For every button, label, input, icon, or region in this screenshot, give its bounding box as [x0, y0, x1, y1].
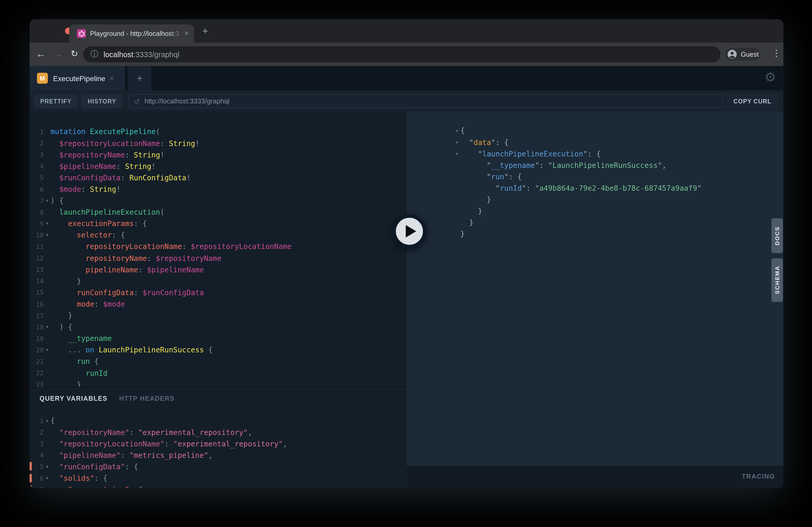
playground-new-tab-button[interactable]: + [128, 66, 151, 90]
line-number: 2 [30, 428, 44, 436]
code-text: { [460, 125, 465, 136]
profile-button[interactable]: Guest [725, 47, 761, 61]
fold-arrow-icon[interactable]: ▾ [44, 347, 50, 352]
code-line: 3 $repositoryName: String! [30, 149, 407, 161]
code-text: } [460, 228, 465, 240]
execute-button[interactable] [392, 214, 426, 249]
code-line: 10▾ selector: { [30, 229, 407, 241]
line-number: 23 [30, 380, 44, 387]
address-bar[interactable]: ⓘ localhost:3333/graphql [83, 46, 721, 62]
variables-panel: QUERY VARIABLES HTTP HEADERS 1▾{2 "repos… [30, 387, 407, 488]
endpoint-url: http://localhost:3333/graphql [144, 97, 229, 105]
code-line: 21 run { [30, 356, 407, 367]
code-text: "runConfigData": { [50, 461, 138, 472]
browser-tab[interactable]: Playground - http://localhost:3 × [69, 25, 194, 43]
fold-arrow-icon[interactable]: ▾ [44, 418, 50, 423]
line-number: 9 [30, 220, 44, 228]
code-line: 19 __typename [30, 333, 407, 345]
code-text: runConfigData: $runConfigData [50, 287, 204, 298]
fold-arrow-icon[interactable]: ▾ [44, 198, 50, 203]
line-number: 4 [30, 451, 44, 459]
new-tab-icon[interactable]: + [202, 28, 208, 35]
line-number: 6 [30, 185, 44, 193]
code-line: 14 } [30, 275, 407, 287]
code-text: "repositoryName": "experimental_reposito… [50, 426, 252, 438]
code-text: } [50, 310, 72, 321]
play-icon [406, 225, 416, 238]
tracing-bar: TRACING [407, 466, 783, 488]
docs-side-tab[interactable]: DOCS [771, 218, 783, 253]
fold-arrow-icon[interactable]: ▾ [44, 324, 50, 330]
forward-icon[interactable]: → [53, 48, 63, 60]
settings-gear-icon[interactable]: ⚙ [764, 70, 776, 85]
history-button[interactable]: HISTORY [81, 94, 123, 108]
code-text: $pipelineName: String! [50, 161, 156, 172]
undo-icon[interactable]: ↺ [134, 97, 140, 105]
code-line: 2 "repositoryName": "experimental_reposi… [30, 426, 407, 438]
code-text: "data": { [460, 136, 508, 148]
site-info-icon[interactable]: ⓘ [90, 49, 98, 59]
fold-arrow-icon[interactable]: ▾ [44, 221, 50, 226]
code-text: repositoryLocationName: $repositoryLocat… [50, 241, 292, 252]
line-number: 19 [30, 335, 44, 343]
line-number: 22 [30, 369, 44, 377]
code-line: 1▾{ [30, 415, 407, 427]
line-number: 8 [30, 208, 44, 216]
code-line: 8 launchPipelineExecution( [30, 206, 407, 218]
playground-tab-close-icon[interactable]: × [110, 74, 114, 82]
browser-menu-icon[interactable]: ⋮ [772, 48, 781, 59]
code-text: mode: $mode [50, 298, 125, 310]
code-text: } [460, 194, 491, 205]
variables-editor[interactable]: 1▾{2 "repositoryName": "experimental_rep… [30, 387, 407, 488]
schema-side-tab[interactable]: SCHEMA [771, 258, 783, 302]
endpoint-field[interactable]: ↺ http://localhost:3333/graphql [129, 94, 723, 108]
fold-arrow-icon[interactable]: ▾ [454, 128, 460, 133]
response-viewer[interactable]: ▾{▾ "data": {▾ "launchPipelineExecution"… [407, 111, 783, 466]
response-pane: ▾{▾ "data": {▾ "launchPipelineExecution"… [407, 111, 783, 488]
plus-icon: + [137, 73, 143, 84]
fold-arrow-icon[interactable]: ▾ [44, 487, 50, 488]
code-line: 2 $repositoryLocationName: String! [30, 137, 407, 149]
browser-tabstrip: Playground - http://localhost:3 × + [30, 19, 783, 43]
code-text: __typename [50, 333, 112, 344]
copy-curl-button[interactable]: COPY CURL [727, 94, 778, 108]
line-number: 18 [30, 323, 44, 331]
fold-arrow-icon[interactable]: ▾ [44, 476, 50, 481]
query-pane: 1mutation ExecutePipeline(2 $repositoryL… [30, 111, 407, 488]
code-line: 7▾) { [30, 195, 407, 207]
code-line: 4 "pipelineName": "metrics_pipeline", [30, 449, 407, 461]
code-text: } [50, 275, 81, 287]
query-editor[interactable]: 1mutation ExecutePipeline(2 $repositoryL… [30, 111, 407, 387]
line-number: 3 [30, 151, 44, 159]
code-line: 15 runConfigData: $runConfigData [30, 287, 407, 299]
code-line: 18▾ ) { [30, 321, 407, 333]
code-line: 4 $pipelineName: String! [30, 160, 407, 172]
back-icon[interactable]: ← [36, 48, 46, 60]
browser-toolbar: ← → ↻ ⓘ localhost:3333/graphql Guest ⋮ [30, 43, 783, 66]
code-text: run { [50, 356, 99, 367]
fold-arrow-icon[interactable]: ▾ [454, 139, 460, 145]
reload-icon[interactable]: ↻ [71, 48, 78, 60]
tab-close-icon[interactable]: × [185, 29, 189, 37]
line-number: 1 [30, 417, 44, 425]
line-number: 11 [30, 243, 44, 251]
tracing-button[interactable]: TRACING [742, 473, 775, 480]
code-line: 7▾ "save_metrics": { [30, 484, 407, 488]
url-text: localhost:3333/graphql [103, 50, 179, 59]
code-line: 6 $mode: String! [30, 183, 407, 195]
line-number: 3 [30, 440, 44, 448]
prettify-button[interactable]: PRETTIFY [34, 94, 78, 108]
line-number: 2 [30, 139, 44, 147]
fold-arrow-icon[interactable]: ▾ [454, 151, 460, 156]
line-number: 14 [30, 277, 44, 285]
graphql-favicon-icon [77, 29, 86, 38]
fold-arrow-icon[interactable]: ▾ [44, 464, 50, 469]
code-line: 11 repositoryLocationName: $repositoryLo… [30, 241, 407, 253]
code-line: 20▾ ... on LaunchPipelineRunSuccess { [30, 344, 407, 356]
code-text: "save_metrics": { [50, 484, 143, 488]
playground-tab-executepipeline[interactable]: M ExecutePipeline × [30, 66, 125, 90]
line-number: 1 [30, 128, 44, 136]
code-line: 3 "repositoryLocationName": "experimenta… [30, 438, 407, 450]
fold-arrow-icon[interactable]: ▾ [44, 232, 50, 238]
code-text: "pipelineName": "metrics_pipeline", [50, 450, 213, 461]
